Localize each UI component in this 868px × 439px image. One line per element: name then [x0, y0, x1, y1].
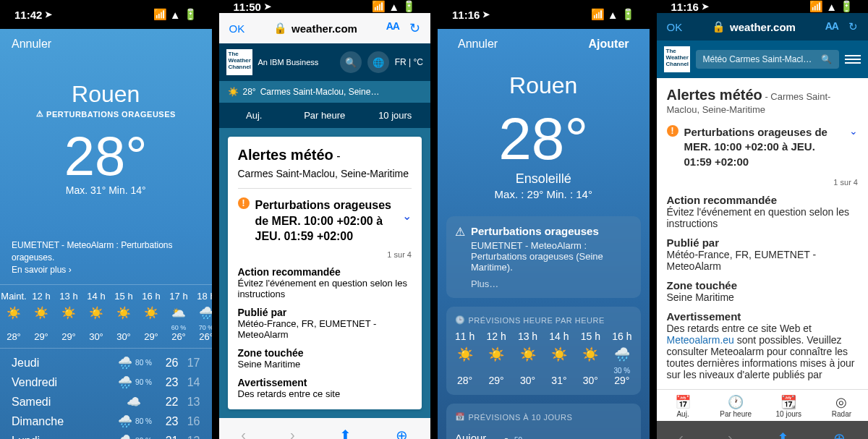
forecast-tabs[interactable]: Auj. Par heure 10 jours [219, 103, 431, 128]
location-bar[interactable]: ☀️28°Carmes Saint-Maclou, Seine… [219, 81, 431, 103]
add-button[interactable]: Ajouter [589, 38, 629, 51]
clock-icon: 🕒 [455, 315, 466, 325]
phone-safari-weathercom: 11:50➤ 📶▲🔋 OK 🔒weather.com AA↻ TheWeathe… [219, 0, 431, 439]
status-bar: 11:16➤ 📶▲🔋 [657, 0, 869, 13]
phone-weather-ios15: 11:16➤ 📶▲🔋 AnnulerAjouter Rouen 28° Enso… [438, 0, 650, 439]
radar-icon: ◎ [815, 394, 868, 410]
twc-logo[interactable]: TheWeatherChannel [664, 46, 690, 72]
tab-tenday[interactable]: 10 jours [360, 103, 431, 128]
forecast-tabbar[interactable]: 📅Auj. 🕐Par heure 📆10 jours ◎Radar [657, 389, 869, 421]
search-input[interactable]: Météo Carmes Saint-Macl…🔍 [696, 50, 840, 69]
cancel-button[interactable]: Annuler [12, 38, 51, 51]
hour-col: 18 h🌧️70 %26° [192, 291, 212, 342]
safari-toolbar[interactable]: ‹ › ⬆ ⊕ [657, 421, 869, 439]
compass-icon[interactable]: ⊕ [396, 427, 408, 439]
tab-tenday[interactable]: 📆10 jours [762, 390, 815, 421]
hi-low: Max. 31° Min. 14° [0, 184, 212, 196]
hour-col: 15 h☀️ 30° [110, 291, 137, 342]
warning-icon: ⚠ [455, 225, 465, 239]
alert-card: Alertes météo - Carmes Saint-Maclou, Sei… [228, 137, 422, 409]
search-icon: 🔍 [821, 54, 832, 64]
tab-today[interactable]: 📅Auj. [657, 390, 710, 421]
hourly-card[interactable]: 🕒PRÉVISIONS HEURE PAR HEURE 11 h☀️ 28°12… [446, 307, 641, 395]
daily-forecast[interactable]: Jeudi🌧️80 %2617Vendredi🌧️90 %2314Samedi☁… [0, 349, 212, 439]
twc-logo[interactable]: TheWeatherChannel [226, 49, 252, 75]
hour-col: 14 h☀️ 30° [82, 291, 110, 342]
hour-col: 12 h☀️ 29° [27, 291, 55, 342]
condition-text: Ensoleillé [446, 171, 641, 187]
current-temp: 28° [0, 124, 212, 187]
compass-icon[interactable]: ⊕ [833, 430, 846, 439]
twc-header: TheWeatherChannel Météo Carmes Saint-Mac… [657, 41, 869, 78]
calendar-icon: 📅 [455, 412, 466, 422]
phone-weather-ios14: 11:42➤ 📶▲🔋 Annuler Rouen ⚠PERTURBATIONS … [0, 0, 212, 439]
safari-url-bar[interactable]: OK 🔒weather.com AA↻ [219, 13, 431, 43]
day-row: Samedi☁️2213 [12, 392, 200, 412]
safari-toolbar[interactable]: ‹ › ⬆ ⊕ [219, 418, 431, 439]
warning-icon: ⚠ [36, 109, 44, 119]
safari-url-bar[interactable]: OK 🔒weather.com AA↻ [657, 13, 869, 41]
day-row: Aujour d'hui🌧️50 %14°29° [455, 427, 632, 439]
hour-col: 13 h☀️ 29° [55, 291, 82, 342]
status-bar: 11:16➤ 📶▲🔋 [438, 0, 650, 29]
hour-col: 11 h☀️ 28° [455, 331, 475, 386]
phone-safari-weathercom-mobile: 11:16➤ 📶▲🔋 OK 🔒weather.com AA↻ TheWeathe… [657, 0, 869, 439]
globe-icon[interactable]: 🌐 [367, 51, 389, 73]
hour-col: 16 h☀️ 29° [137, 291, 165, 342]
twc-header: TheWeatherChannel An IBM Business 🔍 🌐 FR… [219, 43, 431, 81]
reload-icon[interactable]: ↻ [409, 20, 420, 36]
tab-hourly[interactable]: Par heure [289, 103, 360, 128]
location-arrow-icon: ➤ [45, 9, 52, 20]
lock-icon: 🔒 [712, 20, 726, 33]
wifi-icon: ▲ [170, 9, 181, 21]
chevron-down-icon[interactable]: ⌄ [402, 209, 412, 223]
tab-hourly[interactable]: 🕐Par heure [710, 390, 762, 421]
hourly-forecast[interactable]: Maint.☀️ 28°12 h☀️ 29°13 h☀️ 29°14 h☀️ 3… [0, 284, 212, 349]
city-name: Rouen [446, 72, 641, 99]
cancel-button[interactable]: Annuler [458, 38, 498, 51]
sun-icon: ☀️ [228, 87, 239, 97]
daily-card[interactable]: 📅PRÉVISIONS À 10 JOURS Aujour d'hui🌧️50 … [446, 404, 641, 439]
search-icon[interactable]: 🔍 [340, 51, 362, 73]
lock-icon: 🔒 [273, 22, 287, 35]
back-icon[interactable]: ‹ [678, 430, 684, 439]
share-icon[interactable]: ⬆ [339, 427, 352, 439]
tab-today[interactable]: Auj. [219, 103, 290, 128]
alert-card[interactable]: ⚠ Perturbations orageuses EUMETNET - Met… [446, 216, 641, 298]
alert-icon: ! [238, 197, 250, 209]
hour-col: Maint.☀️ 28° [0, 291, 27, 342]
day-row: Jeudi🌧️80 %2617 [12, 353, 200, 372]
battery-icon: 🔋 [184, 8, 197, 21]
day-row: Vendredi🌧️90 %2314 [12, 372, 200, 392]
calendar-icon: 📆 [762, 394, 815, 410]
calendar-icon: 📅 [657, 394, 710, 410]
hour-col: 17 h🌥️60 %26° [165, 291, 192, 342]
status-bar: 11:42➤ 📶▲🔋 [0, 0, 212, 29]
signal-icon: 📶 [153, 8, 167, 21]
ok-button[interactable]: OK [229, 22, 245, 35]
ok-button[interactable]: OK [667, 21, 683, 33]
hour-col: 15 h☀️ 30° [581, 331, 600, 386]
chevron-down-icon[interactable]: ⌄ [849, 125, 858, 137]
hour-col: 14 h☀️ 31° [549, 331, 569, 386]
forward-icon[interactable]: › [728, 430, 733, 439]
day-row: Dimanche🌧️80 %2316 [12, 412, 200, 431]
hour-col: 13 h☀️ 30° [518, 331, 537, 386]
reload-icon[interactable]: ↻ [848, 20, 858, 33]
menu-icon[interactable] [845, 55, 861, 64]
alert-icon: ! [667, 125, 678, 137]
city-name: Rouen [0, 81, 212, 108]
hi-low: Max. : 29° Min. : 14° [446, 188, 641, 200]
text-size-button[interactable]: AA [825, 20, 838, 33]
alert-source[interactable]: EUMETNET - MeteoAlarm : Perturbations or… [0, 239, 212, 276]
back-icon[interactable]: ‹ [241, 427, 246, 439]
meteoalarm-link[interactable]: Meteoalarm.eu [667, 334, 734, 346]
text-size-button[interactable]: AA [386, 20, 399, 36]
clock-icon: 🕐 [710, 394, 762, 410]
status-bar: 11:50➤ 📶▲🔋 [219, 0, 431, 13]
forward-icon[interactable]: › [290, 427, 295, 439]
current-temp: 28° [446, 105, 641, 173]
tab-radar[interactable]: ◎Radar [815, 390, 868, 421]
share-icon[interactable]: ⬆ [777, 430, 789, 439]
hour-col: 12 h☀️ 29° [486, 331, 506, 386]
